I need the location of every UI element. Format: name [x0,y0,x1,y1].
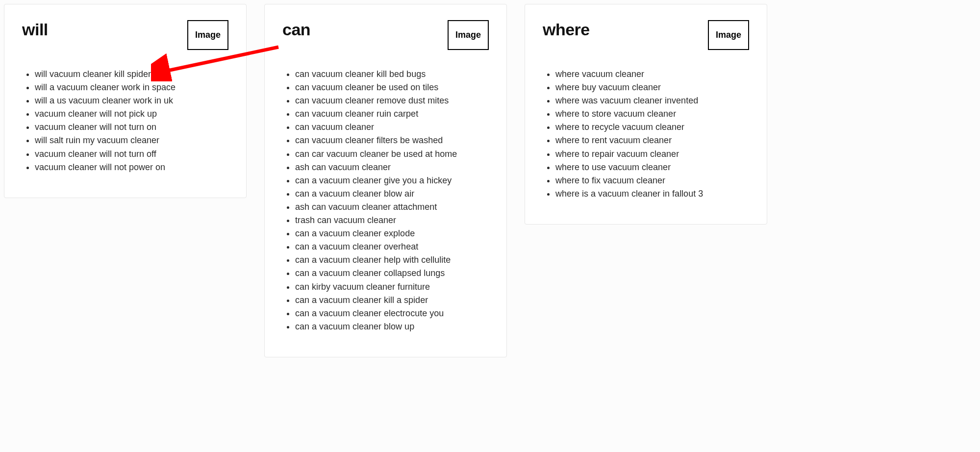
list-item[interactable]: can a vacuum cleaner collapsed lungs [295,267,489,279]
list-item[interactable]: where was vacuum cleaner invented [555,94,749,107]
list-item[interactable]: can a vacuum cleaner explode [295,227,489,240]
list-item[interactable]: where buy vacuum cleaner [555,81,749,94]
list-item[interactable]: can vacuum cleaner ruin carpet [295,107,489,120]
list-item[interactable]: can a vacuum cleaner overheat [295,240,489,253]
card-list-will: will vacuum cleaner kill spider will a v… [22,68,228,174]
list-item[interactable]: can a vacuum cleaner give you a hickey [295,174,489,187]
list-item[interactable]: can a vacuum cleaner help with cellulite [295,253,489,266]
list-item[interactable]: can vacuum cleaner [295,121,489,133]
card-will: will Image will vacuum cleaner kill spid… [4,4,247,198]
list-item[interactable]: can vacuum cleaner kill bed bugs [295,68,489,80]
cards-container: will Image will vacuum cleaner kill spid… [4,4,976,357]
list-item[interactable]: where is a vacuum cleaner in fallout 3 [555,187,749,200]
image-button[interactable]: Image [708,20,749,50]
list-item[interactable]: where to store vacuum cleaner [555,107,749,120]
list-item[interactable]: will vacuum cleaner kill spider [35,68,228,80]
list-item[interactable]: will a us vacuum cleaner work in uk [35,94,228,107]
image-button[interactable]: Image [187,20,228,50]
card-where: where Image where vacuum cleaner where b… [525,4,767,225]
card-title: will [22,20,48,39]
list-item[interactable]: can a vacuum cleaner kill a spider [295,294,489,306]
list-item[interactable]: can car vacuum cleaner be used at home [295,148,489,160]
list-item[interactable]: can a vacuum cleaner blow up [295,320,489,333]
card-can: can Image can vacuum cleaner kill bed bu… [264,4,507,357]
list-item[interactable]: ash can vacuum cleaner attachment [295,201,489,213]
list-item[interactable]: vacuum cleaner will not pick up [35,107,228,120]
list-item[interactable]: will salt ruin my vacuum cleaner [35,134,228,147]
list-item[interactable]: can kirby vacuum cleaner furniture [295,280,489,293]
list-item[interactable]: can a vacuum cleaner electrocute you [295,307,489,320]
list-item[interactable]: can vacuum cleaner filters be washed [295,134,489,147]
image-button[interactable]: Image [448,20,489,50]
list-item[interactable]: can vacuum cleaner remove dust mites [295,94,489,107]
list-item[interactable]: where vacuum cleaner [555,68,749,80]
list-item[interactable]: ash can vacuum cleaner [295,161,489,174]
list-item[interactable]: trash can vacuum cleaner [295,214,489,226]
card-header: can Image [282,20,489,50]
card-title: where [543,20,590,39]
card-header: where Image [543,20,749,50]
list-item[interactable]: will a vacuum cleaner work in space [35,81,228,94]
list-item[interactable]: where to recycle vacuum cleaner [555,121,749,133]
card-list-can: can vacuum cleaner kill bed bugs can vac… [282,68,489,333]
list-item[interactable]: where to fix vacuum cleaner [555,174,749,187]
card-header: will Image [22,20,228,50]
list-item[interactable]: vacuum cleaner will not power on [35,161,228,174]
list-item[interactable]: vacuum cleaner will not turn off [35,148,228,160]
card-list-where: where vacuum cleaner where buy vacuum cl… [543,68,749,200]
list-item[interactable]: where to repair vacuum cleaner [555,148,749,160]
list-item[interactable]: can vacuum cleaner be used on tiles [295,81,489,94]
list-item[interactable]: vacuum cleaner will not turn on [35,121,228,133]
list-item[interactable]: can a vacuum cleaner blow air [295,187,489,200]
card-title: can [282,20,310,39]
list-item[interactable]: where to use vacuum cleaner [555,161,749,174]
list-item[interactable]: where to rent vacuum cleaner [555,134,749,147]
